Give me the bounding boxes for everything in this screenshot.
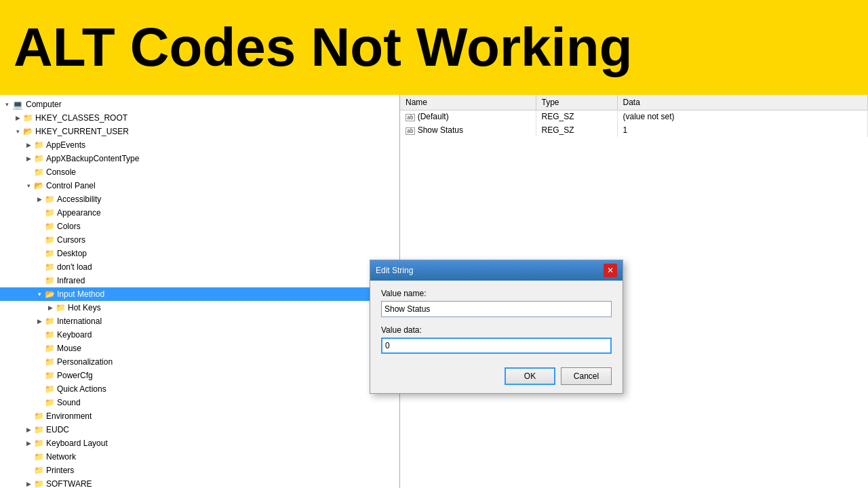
- tree-toggle-quickactions[interactable]: [34, 384, 45, 394]
- tree-label-infrared: Infrared: [57, 276, 85, 285]
- tree-toggle-dontload[interactable]: [34, 262, 45, 272]
- tree-item-colors[interactable]: 📁Colors: [0, 220, 399, 233]
- tree-item-keyboard[interactable]: 📁Keyboard: [0, 328, 399, 342]
- tree-label-quickactions: Quick Actions: [57, 384, 106, 394]
- tree-item-software[interactable]: ▶📁SOFTWARE: [0, 477, 399, 488]
- tree-toggle-desktop[interactable]: [34, 248, 45, 259]
- value-name-input[interactable]: [381, 301, 612, 317]
- tree-toggle-appxbackup[interactable]: ▶: [23, 153, 34, 164]
- tree-toggle-accessibility[interactable]: ▶: [34, 194, 45, 205]
- dialog-body: Value name: Value data:: [370, 281, 623, 362]
- tree-toggle-hotkeys[interactable]: ▶: [45, 302, 56, 313]
- tree-item-keyboardlayout[interactable]: ▶📁Keyboard Layout: [0, 436, 399, 450]
- folder-icon-hkcr: 📁: [23, 113, 33, 123]
- tree-label-software: SOFTWARE: [46, 479, 92, 488]
- folder-icon-keyboard: 📁: [45, 330, 55, 340]
- value-data-label: Value data:: [381, 325, 612, 335]
- dialog-footer: OK Cancel: [370, 362, 623, 393]
- folder-icon-console: 📁: [34, 167, 44, 177]
- tree-label-printers: Printers: [46, 466, 74, 475]
- value-data-input[interactable]: [381, 338, 612, 354]
- tree-toggle-eudc[interactable]: ▶: [23, 424, 34, 435]
- tree-toggle-colors[interactable]: [34, 221, 45, 232]
- tree-toggle-console[interactable]: [23, 167, 34, 178]
- registry-values-table: Name Type Data ab(Default)REG_SZ(value n…: [400, 95, 868, 137]
- tree-toggle-keyboardlayout[interactable]: ▶: [23, 438, 34, 449]
- tree-toggle-infrared[interactable]: [34, 275, 45, 286]
- tree-item-personalization[interactable]: 📁Personalization: [0, 355, 399, 369]
- table-row[interactable]: abShow StatusREG_SZ1: [400, 123, 868, 137]
- tree-item-printers[interactable]: 📁Printers: [0, 464, 399, 477]
- tree-toggle-inputmethod[interactable]: ▾: [34, 289, 45, 300]
- dialog-title: Edit String: [376, 266, 413, 275]
- value-name-label: Value name:: [381, 289, 612, 298]
- tree-toggle-printers[interactable]: [23, 465, 34, 476]
- computer-icon: 💻: [12, 100, 23, 110]
- tree-item-infrared[interactable]: 📁Infrared: [0, 274, 399, 287]
- tree-toggle-appevents[interactable]: ▶: [23, 140, 34, 150]
- folder-icon-appevents: 📁: [34, 140, 44, 150]
- tree-label-colors: Colors: [57, 222, 81, 231]
- folder-icon-eudc: 📁: [34, 425, 44, 434]
- tree-item-hkcr[interactable]: ▶📁HKEY_CLASSES_ROOT: [0, 111, 399, 125]
- tree-toggle-mouse[interactable]: [34, 343, 45, 354]
- tree-item-eudc[interactable]: ▶📁EUDC: [0, 423, 399, 436]
- tree-toggle-software[interactable]: ▶: [23, 479, 34, 488]
- tree-item-accessibility[interactable]: ▶📁Accessibility: [0, 192, 399, 206]
- tree-toggle-personalization[interactable]: [34, 357, 45, 367]
- tree-item-dontload[interactable]: 📁don't load: [0, 260, 399, 274]
- tree-toggle-sound[interactable]: [34, 397, 45, 408]
- tree-toggle-environment[interactable]: [23, 411, 34, 422]
- tree-label-computer: Computer: [26, 100, 62, 109]
- tree-item-quickactions[interactable]: 📁Quick Actions: [0, 382, 399, 396]
- tree-item-console[interactable]: 📁Console: [0, 165, 399, 179]
- dialog-close-button[interactable]: ✕: [604, 264, 617, 277]
- tree-toggle-computer[interactable]: ▾: [1, 99, 12, 110]
- folder-icon-printers: 📁: [34, 466, 44, 475]
- col-type: Type: [536, 95, 617, 110]
- tree-item-hotkeys[interactable]: ▶📁Hot Keys: [0, 301, 399, 314]
- tree-label-desktop: Desktop: [57, 249, 87, 258]
- tree-item-appxbackup[interactable]: ▶📁AppXBackupContentType: [0, 152, 399, 165]
- tree-item-appevents[interactable]: ▶📁AppEvents: [0, 138, 399, 152]
- tree-item-inputmethod[interactable]: ▾📂Input Method: [0, 287, 399, 301]
- folder-icon-hotkeys: 📁: [56, 303, 66, 312]
- tree-item-controlpanel[interactable]: ▾📂Control Panel: [0, 179, 399, 192]
- edit-string-dialog: Edit String ✕ Value name: Value data: OK…: [370, 260, 623, 394]
- tree-item-sound[interactable]: 📁Sound: [0, 396, 399, 409]
- tree-item-computer[interactable]: ▾💻Computer: [0, 98, 399, 111]
- tree-item-mouse[interactable]: 📁Mouse: [0, 342, 399, 355]
- tree-toggle-appearance[interactable]: [34, 207, 45, 218]
- tree-toggle-hkcu[interactable]: ▾: [12, 126, 23, 137]
- tree-item-cursors[interactable]: 📁Cursors: [0, 233, 399, 247]
- folder-icon-network: 📁: [34, 452, 44, 462]
- tree-label-powercfg: PowerCfg: [57, 371, 93, 380]
- reg-ab-icon: ab: [406, 114, 415, 121]
- tree-label-dontload: don't load: [57, 262, 92, 272]
- tree-item-network[interactable]: 📁Network: [0, 450, 399, 464]
- folder-icon-appearance: 📁: [45, 208, 55, 218]
- tree-toggle-hkcr[interactable]: ▶: [12, 113, 23, 123]
- folder-icon-personalization: 📁: [45, 357, 55, 367]
- col-name: Name: [400, 95, 536, 110]
- tree-toggle-powercfg[interactable]: [34, 370, 45, 381]
- table-row[interactable]: ab(Default)REG_SZ(value not set): [400, 110, 868, 123]
- cancel-button[interactable]: Cancel: [561, 367, 612, 385]
- ok-button[interactable]: OK: [505, 367, 555, 385]
- tree-toggle-cursors[interactable]: [34, 235, 45, 245]
- folder-icon-infrared: 📁: [45, 276, 55, 285]
- tree-label-hkcu: HKEY_CURRENT_USER: [35, 127, 129, 136]
- tree-item-hkcu[interactable]: ▾📂HKEY_CURRENT_USER: [0, 125, 399, 138]
- tree-toggle-controlpanel[interactable]: ▾: [23, 180, 34, 191]
- tree-item-appearance[interactable]: 📁Appearance: [0, 206, 399, 220]
- tree-toggle-international[interactable]: ▶: [34, 316, 45, 327]
- tree-item-desktop[interactable]: 📁Desktop: [0, 247, 399, 260]
- tree-item-environment[interactable]: 📁Environment: [0, 409, 399, 423]
- reg-data-cell: (value not set): [617, 110, 868, 123]
- tree-item-international[interactable]: ▶📁International: [0, 314, 399, 328]
- tree-toggle-keyboard[interactable]: [34, 329, 45, 340]
- tree-toggle-network[interactable]: [23, 451, 34, 462]
- folder-icon-desktop: 📁: [45, 249, 55, 258]
- tree-label-network: Network: [46, 452, 76, 462]
- tree-item-powercfg[interactable]: 📁PowerCfg: [0, 369, 399, 382]
